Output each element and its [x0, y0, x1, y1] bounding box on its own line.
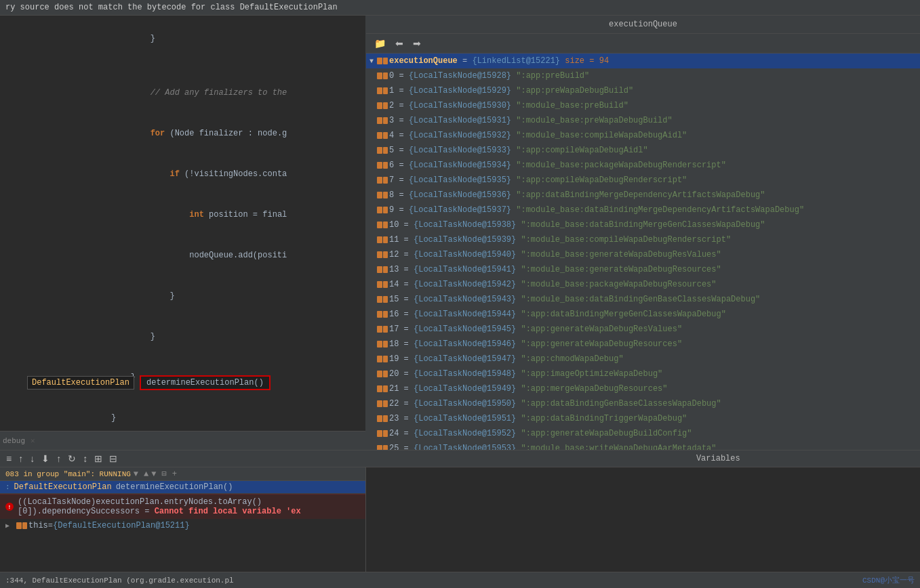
orange-square-icon-2: [383, 58, 388, 64]
debug-list-item[interactable]: ▶ 19 = {LocalTaskNode@15947} ":app:chmod…: [366, 352, 920, 366]
debug-list-item[interactable]: ▶ 3 = {LocalTaskNode@15931} ":module_bas…: [366, 113, 920, 128]
list-item-expand[interactable]: ▶: [366, 415, 377, 423]
list-item-expand[interactable]: ▶: [366, 87, 377, 95]
debug-list-item[interactable]: ▶ 12 = {LocalTaskNode@15940} ":module_ba…: [366, 247, 920, 262]
debug-list-item[interactable]: ▶ 11 = {LocalTaskNode@15939} ":module_ba…: [366, 232, 920, 247]
list-item-content: 3 = {LocalTaskNode@15931} ":module_base:…: [389, 116, 920, 125]
list-item-content: 4 = {LocalTaskNode@15932} ":module_base:…: [389, 131, 920, 140]
list-item-content: 0 = {LocalTaskNode@15928} ":app:preBuild…: [389, 71, 920, 81]
code-text: }: [14, 276, 363, 316]
expand-icon[interactable]: ▼: [366, 58, 377, 65]
code-text: }: [14, 316, 363, 357]
error-circle-icon: !: [5, 503, 14, 511]
list-item-expand[interactable]: ▶: [366, 385, 377, 393]
code-panel: } // Add any finalizers to the: [0, 16, 366, 450]
menu-btn[interactable]: ≡: [4, 453, 14, 465]
expand-btn[interactable]: ↕: [81, 453, 89, 465]
debug-list-item[interactable]: ▶ 2 = {LocalTaskNode@15930} ":module_bas…: [366, 98, 920, 113]
list-item-expand[interactable]: ▶: [366, 176, 377, 184]
debug-list-item[interactable]: ▶ 25 = {LocalTaskNode@15953} ":module_ba…: [366, 441, 920, 450]
debug-bottom-toolbar: ≡ ↑ ↓ ⬇ ↑ ↻ ↕ ⊞ ⊟ Variables: [0, 450, 920, 467]
grid-btn[interactable]: ⊞: [92, 453, 104, 465]
list-item-expand[interactable]: ▶: [366, 206, 377, 214]
debug-list-item[interactable]: ▶ 5 = {LocalTaskNode@15933} ":app:compil…: [366, 143, 920, 158]
list-item-expand[interactable]: ▶: [366, 161, 377, 169]
debug-list-item[interactable]: ▶ 0 = {LocalTaskNode@15928} ":app:preBui…: [366, 68, 920, 83]
list-item-content: 9 = {LocalTaskNode@15937} ":module_base:…: [389, 205, 920, 215]
debug-list-item[interactable]: ▶ 22 = {LocalTaskNode@15950} ":app:dataB…: [366, 396, 920, 411]
debug-list-item[interactable]: ▶ 7 = {LocalTaskNode@15935} ":app:compil…: [366, 173, 920, 188]
collapse-btn[interactable]: ⊟: [107, 453, 119, 465]
nav-up-btn[interactable]: ▲: [144, 469, 148, 479]
debug-list-item[interactable]: ▶ 20 = {LocalTaskNode@15948} ":app:image…: [366, 366, 920, 381]
list-item-expand[interactable]: ▶: [366, 370, 377, 378]
debug-list-item[interactable]: ▶ 8 = {LocalTaskNode@15936} ":app:dataBi…: [366, 188, 920, 203]
list-item-expand[interactable]: ▶: [366, 236, 377, 244]
debug-list-item[interactable]: ▶ 17 = {LocalTaskNode@15945} ":app:gener…: [366, 322, 920, 337]
bottom-var-this[interactable]: ▶ this = {DefaultExecutionPlan@15211}: [0, 519, 365, 532]
list-item-expand[interactable]: ▶: [366, 191, 377, 199]
var-expand-icon[interactable]: ▶: [5, 522, 16, 530]
debug-list-item[interactable]: ▶ 18 = {LocalTaskNode@15946} ":app:gener…: [366, 337, 920, 352]
debug-list-item[interactable]: ▶ 10 = {LocalTaskNode@15938} ":module_ba…: [366, 217, 920, 232]
list-item-expand[interactable]: ▶: [366, 429, 377, 438]
stack-frame-active[interactable]: : DefaultExecutionPlan determineExecutio…: [0, 481, 365, 494]
list-item-expand[interactable]: ▶: [366, 102, 377, 110]
debug-list-item[interactable]: ▶ 16 = {LocalTaskNode@15944} ":app:dataB…: [366, 307, 920, 322]
debug-list-item[interactable]: ▶ 4 = {LocalTaskNode@15932} ":module_bas…: [366, 128, 920, 143]
debug-forward-btn[interactable]: ➡: [410, 37, 424, 50]
debug-list-item[interactable]: ▶ 13 = {LocalTaskNode@15941} ":module_ba…: [366, 262, 920, 277]
refresh-btn[interactable]: ↻: [66, 453, 78, 465]
code-text: if (!visitingNodes.conta: [14, 154, 363, 194]
upload-btn[interactable]: ↑: [54, 453, 63, 465]
bottom-content: 083 in group "main": RUNNING ▼ ▲ ▼ ⊟ + :…: [0, 467, 920, 572]
debug-toolbar: 📁 ⬅ ➡: [366, 34, 920, 54]
list-item-expand[interactable]: ▶: [366, 355, 377, 363]
down-btn[interactable]: ↓: [28, 453, 37, 465]
list-item-expand[interactable]: ▶: [366, 146, 377, 154]
debug-list-item[interactable]: ▶ 6 = {LocalTaskNode@15934} ":module_bas…: [366, 158, 920, 173]
dropdown-icon[interactable]: ▼: [134, 469, 138, 479]
debug-list-item[interactable]: ▶ 24 = {LocalTaskNode@15952} ":app:gener…: [366, 426, 920, 441]
list-item-expand[interactable]: ▶: [366, 117, 377, 125]
debug-tab-close[interactable]: ✕: [31, 436, 35, 445]
list-item-expand[interactable]: ▶: [366, 310, 377, 318]
list-item-expand[interactable]: ▶: [366, 266, 377, 274]
status-left: :344, DefaultExecutionPlan (org.gradle.e…: [5, 576, 234, 585]
list-item-icon: [377, 132, 388, 139]
debug-list-item[interactable]: ▶ 14 = {LocalTaskNode@15942} ":module_ba…: [366, 277, 920, 292]
list-item-icon: [377, 222, 388, 228]
list-item-expand[interactable]: ▶: [366, 221, 377, 229]
filter-icon[interactable]: ⊟: [161, 469, 166, 479]
thread-item[interactable]: 083 in group "main": RUNNING ▼ ▲ ▼ ⊟ +: [0, 467, 365, 481]
debug-list-item[interactable]: ▶ 21 = {LocalTaskNode@15949} ":app:merge…: [366, 381, 920, 396]
debug-back-btn[interactable]: ⬅: [393, 37, 406, 50]
list-item-expand[interactable]: ▶: [366, 340, 377, 348]
add-icon[interactable]: +: [172, 469, 177, 479]
nav-down-btn[interactable]: ▼: [151, 469, 156, 479]
list-item-expand[interactable]: ▶: [366, 295, 377, 303]
var-icon: [16, 522, 27, 529]
list-item-expand[interactable]: ▶: [366, 72, 377, 80]
content-area: } // Add any finalizers to the: [0, 16, 920, 450]
list-item-expand[interactable]: ▶: [366, 325, 377, 333]
frame-method-name: determineExecutionPlan(): [116, 482, 233, 492]
list-item-expand[interactable]: ▶: [366, 131, 377, 140]
list-item-expand[interactable]: ▶: [366, 280, 377, 289]
list-item-expand[interactable]: ▶: [366, 251, 377, 259]
list-item-expand[interactable]: ▶: [366, 444, 377, 450]
list-item-icon: [377, 326, 388, 333]
list-item-expand[interactable]: ▶: [366, 400, 377, 408]
debug-variables-list[interactable]: ▶ 0 = {LocalTaskNode@15928} ":app:preBui…: [366, 68, 920, 450]
download-btn[interactable]: ⬇: [39, 453, 52, 465]
list-item-icon: [377, 430, 388, 437]
debug-list-item[interactable]: ▶ 23 = {LocalTaskNode@15951} ":app:dataB…: [366, 411, 920, 426]
up-btn[interactable]: ↑: [16, 453, 25, 465]
debug-folder-btn[interactable]: 📁: [372, 37, 388, 50]
debug-list-item[interactable]: ▶ 9 = {LocalTaskNode@15937} ":module_bas…: [366, 203, 920, 217]
debug-list-item[interactable]: ▶ 1 = {LocalTaskNode@15929} ":app:preWap…: [366, 83, 920, 98]
debug-root-item[interactable]: ▼ executionQueue = {LinkedList@15221} si…: [366, 54, 920, 68]
code-line: int position = final: [0, 194, 365, 235]
debug-list-item[interactable]: ▶ 15 = {LocalTaskNode@15943} ":module_ba…: [366, 292, 920, 307]
error-text: ry source does not match the bytecode fo…: [5, 3, 338, 12]
